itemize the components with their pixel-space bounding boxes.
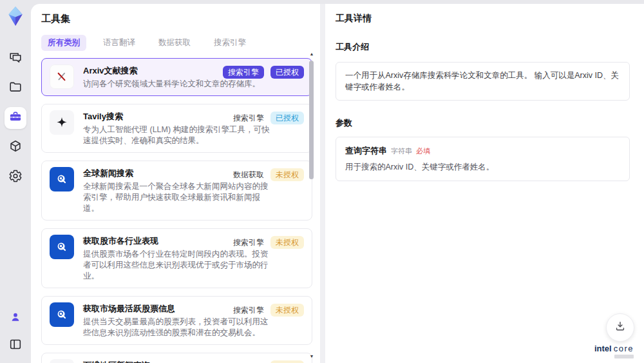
folder-icon — [8, 80, 23, 97]
sidebar-item-profile[interactable] — [5, 308, 26, 329]
intel-wordmark: intel — [594, 344, 612, 353]
sidebar — [0, 0, 31, 363]
auth-badge: 已授权 — [270, 66, 304, 79]
panel-toggle-icon — [8, 337, 23, 354]
tool-list: Arxiv文献搜索 访问各个研究领域大量科学论文和文章的存储库。 搜索引擎 已授… — [41, 58, 312, 363]
tool-details-panel: 工具详情 工具介绍 一个用于从Arxiv存储库搜索科学论文和文章的工具。 输入可… — [325, 4, 644, 363]
list-scrollbar: ▲ ▼ — [308, 52, 315, 359]
package-icon — [8, 139, 23, 156]
scroll-down-icon[interactable]: ▼ — [308, 354, 315, 359]
tool-badges: 搜索引擎 未授权 — [233, 236, 304, 249]
newspaper-icon — [50, 359, 74, 363]
param-card: 查询字符串 字符串 必填 用于搜索的Arxiv ID、关键字或作者姓名。 — [336, 137, 630, 181]
param-name: 查询字符串 — [345, 145, 387, 157]
download-icon — [614, 320, 627, 335]
gear-icon — [8, 169, 23, 186]
main-surface: 工具集 所有类别 语言翻译 数据获取 搜索引擎 Arxiv文献搜索 访问各个研究… — [31, 4, 644, 363]
sidebar-item-tools[interactable] — [5, 107, 26, 129]
tool-list-pane: 工具集 所有类别 语言翻译 数据获取 搜索引擎 Arxiv文献搜索 访问各个研究… — [31, 4, 320, 363]
tool-desc: 全球新闻搜索是一个聚合全球各大新闻网站内容的搜索引擎，帮助用户快速获取全球最新资… — [83, 181, 275, 214]
sidebar-item-files[interactable] — [5, 77, 26, 99]
intro-heading: 工具介绍 — [336, 41, 630, 53]
tool-card[interactable]: 获取股市各行业表现 提供股票市场各个行业在特定时间段内的表现。投资者可以利用这些… — [41, 228, 312, 288]
param-required-badge: 必填 — [416, 146, 430, 156]
core-wordmark: core — [614, 344, 634, 353]
tab-data-fetch[interactable]: 数据获取 — [152, 35, 197, 51]
tab-search-engine[interactable]: 搜索引擎 — [207, 35, 252, 51]
category-badge: 搜索引擎 — [223, 66, 264, 79]
tab-all-categories[interactable]: 所有类别 — [41, 35, 86, 51]
tool-badges: 搜索引擎 已授权 — [223, 66, 304, 79]
sidebar-item-chat[interactable] — [5, 48, 26, 70]
details-title: 工具详情 — [336, 13, 630, 25]
tool-card[interactable]: Arxiv文献搜索 访问各个研究领域大量科学论文和文章的存储库。 搜索引擎 已授… — [41, 58, 312, 96]
intel-logo-sub-bar — [614, 355, 634, 358]
tool-desc: 访问各个研究领域大量科学论文和文章的存储库。 — [83, 79, 260, 90]
category-tabs: 所有类别 语言翻译 数据获取 搜索引擎 — [41, 35, 320, 50]
magnifier-icon — [50, 302, 74, 327]
auth-badge: 未授权 — [270, 168, 304, 181]
pane-divider — [320, 4, 325, 363]
category-badge: 搜索引擎 — [233, 113, 264, 124]
category-badge: 数据获取 — [233, 170, 264, 181]
arxiv-icon — [50, 64, 74, 89]
sidebar-item-panel-toggle[interactable] — [5, 335, 26, 357]
category-badge: 搜索引擎 — [233, 237, 264, 248]
magnifier-icon — [50, 167, 74, 191]
tab-language-translation[interactable]: 语言翻译 — [97, 35, 142, 51]
tool-card[interactable]: Tavily搜索 专为人工智能代理 (LLM) 构建的搜索引擎工具，可快速提供实… — [41, 104, 312, 153]
category-badge: 搜索引擎 — [233, 305, 264, 316]
tool-desc: 提供股票市场各个行业在特定时间段内的表现。投资者可以利用这些信息来识别表现优于或… — [83, 249, 275, 282]
tool-badges: 搜索引擎 未授权 — [233, 360, 304, 363]
chat-icon — [8, 50, 23, 67]
auth-badge: 已授权 — [270, 112, 304, 124]
sidebar-item-packages[interactable] — [5, 137, 26, 159]
tool-card[interactable]: 万维地区新闻查询 查询具体行政区划内的新闻，快速了解各地新闻动 搜索引擎 未授权 — [41, 353, 312, 363]
intro-text: 一个用于从Arxiv存储库搜索科学论文和文章的工具。 输入可以是Arxiv ID… — [336, 62, 630, 101]
auth-badge: 未授权 — [270, 360, 304, 363]
scroll-up-icon[interactable]: ▲ — [308, 52, 315, 57]
tool-desc: 提供当天交易量最高的股票列表，投资者可以利用这些信息来识别流动性强的股票和潜在的… — [83, 317, 275, 338]
param-desc: 用于搜索的Arxiv ID、关键字或作者姓名。 — [345, 162, 620, 173]
tool-badges: 搜索引擎 未授权 — [233, 304, 304, 317]
user-icon — [9, 311, 22, 326]
auth-badge: 未授权 — [270, 236, 304, 249]
tool-badges: 搜索引擎 已授权 — [233, 112, 304, 124]
page-title: 工具集 — [41, 13, 320, 25]
briefcase-icon — [8, 110, 23, 126]
scroll-thumb[interactable] — [309, 61, 314, 179]
tool-card[interactable]: 获取市场最活跃股票信息 提供当天交易量最高的股票列表，投资者可以利用这些信息来识… — [41, 296, 312, 345]
intel-core-logo: intel core — [594, 344, 634, 358]
download-button[interactable] — [606, 313, 634, 342]
app-logo — [5, 5, 26, 27]
tool-badges: 数据获取 未授权 — [233, 168, 304, 181]
params-heading: 参数 — [336, 117, 630, 129]
sidebar-item-settings[interactable] — [5, 166, 26, 188]
param-type: 字符串 — [391, 146, 412, 156]
tool-desc: 专为人工智能代理 (LLM) 构建的搜索引擎工具，可快速提供实时、准确和真实的结… — [83, 124, 275, 146]
param-header: 查询字符串 字符串 必填 — [345, 145, 620, 157]
tool-card[interactable]: 全球新闻搜索 全球新闻搜索是一个聚合全球各大新闻网站内容的搜索引擎，帮助用户快速… — [41, 161, 312, 221]
sparkle-icon — [50, 110, 74, 135]
magnifier-icon — [50, 235, 74, 259]
auth-badge: 未授权 — [270, 304, 304, 317]
